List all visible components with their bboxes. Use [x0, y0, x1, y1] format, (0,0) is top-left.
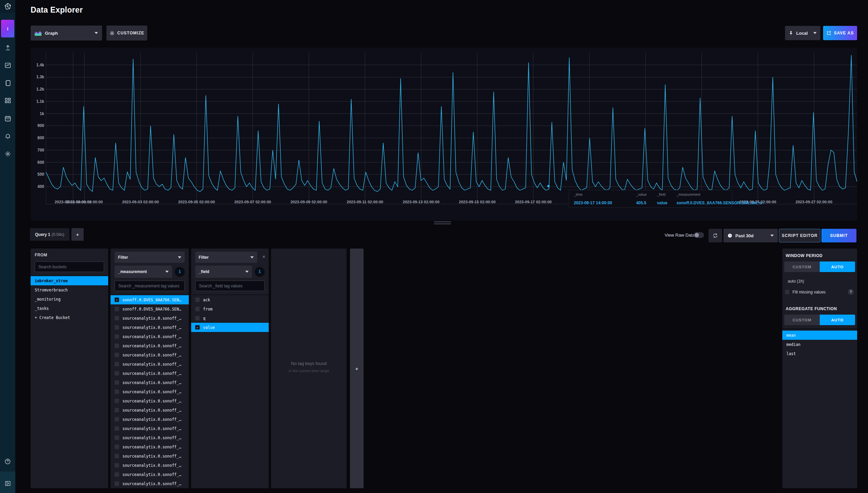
- bucket-item[interactable]: + Create Bucket: [31, 313, 108, 322]
- checkbox[interactable]: [195, 298, 200, 302]
- measurement-item[interactable]: sourceanalytix.0.sonoff_…: [111, 451, 189, 461]
- help-icon[interactable]: [0, 456, 15, 467]
- add-query-button[interactable]: +: [71, 228, 84, 241]
- checkbox[interactable]: [115, 353, 119, 357]
- tasks-calendar-icon[interactable]: [0, 113, 15, 124]
- measurement-item[interactable]: sourceanalytix.0.sonoff_…: [111, 387, 189, 396]
- measurement-item[interactable]: sourceanalytix.0.sonoff_…: [111, 470, 189, 479]
- measurement-item[interactable]: sourceanalytix.0.sonoff_…: [111, 341, 189, 350]
- measurement-item[interactable]: sourceanalytix.0.sonoff_…: [111, 461, 189, 470]
- checkbox[interactable]: [115, 307, 119, 311]
- help-circle-icon[interactable]: ?: [848, 289, 854, 295]
- checkbox[interactable]: [115, 316, 119, 320]
- checkbox[interactable]: [115, 408, 119, 412]
- resize-drag-handle[interactable]: [434, 221, 451, 224]
- measurement-item[interactable]: sourceanalytix.0.sonoff_…: [111, 405, 189, 415]
- expand-panel-icon[interactable]: [0, 478, 15, 489]
- measurement-item[interactable]: sourceanalytix.0.sonoff_…: [111, 396, 189, 405]
- dashboards-icon[interactable]: [0, 95, 15, 107]
- window-custom-button[interactable]: CUSTOM: [784, 261, 820, 272]
- settings-gear-icon[interactable]: [0, 148, 15, 160]
- influxdb-logo-icon[interactable]: [0, 0, 15, 13]
- checkbox[interactable]: [115, 426, 119, 431]
- field-item[interactable]: q: [191, 314, 269, 323]
- function-item[interactable]: last: [782, 349, 857, 358]
- bucket-item[interactable]: Stromverbrauch: [31, 285, 108, 295]
- measurement-item[interactable]: sourceanalytix.0.sonoff_…: [111, 360, 189, 369]
- measurement-item[interactable]: sourceanalytix.0.sonoff_…: [111, 433, 189, 442]
- measurement-item[interactable]: sourceanalytix.0.sonoff_…: [111, 424, 189, 433]
- org-avatar[interactable]: i: [1, 20, 14, 37]
- upload-icon[interactable]: [0, 42, 15, 53]
- search-field-input[interactable]: Search _field tag values: [195, 281, 265, 291]
- measurement-item[interactable]: sourceanalytix.0.sonoff_…: [111, 323, 189, 332]
- checkbox[interactable]: [115, 463, 119, 467]
- submit-button[interactable]: SUBMIT: [821, 229, 856, 242]
- tab-query-1[interactable]: Query 1 (0.04s): [30, 228, 69, 241]
- search-buckets-input[interactable]: Search buckets: [35, 261, 104, 272]
- field-item[interactable]: ✓value: [191, 323, 269, 332]
- checkbox[interactable]: [115, 362, 119, 366]
- checkbox[interactable]: [115, 344, 119, 348]
- time-series-chart[interactable]: 4005006007008009001k1.1k1.2k1.3k1.4k2023…: [31, 48, 857, 221]
- view-raw-data-toggle[interactable]: [694, 232, 704, 238]
- checkbox[interactable]: [115, 454, 119, 458]
- field-item-label: from: [203, 307, 213, 312]
- field-item[interactable]: ack: [191, 295, 269, 304]
- aggregate-auto-button[interactable]: AUTO: [820, 315, 855, 325]
- filter-type-dropdown[interactable]: Filter: [195, 252, 257, 263]
- customize-button[interactable]: CUSTOMIZE: [106, 26, 147, 41]
- checkbox-checked[interactable]: ✓: [195, 325, 200, 330]
- visualization-type-dropdown[interactable]: Graph: [31, 26, 102, 41]
- checkbox[interactable]: [195, 307, 200, 311]
- notebooks-icon[interactable]: [0, 77, 15, 89]
- checkbox[interactable]: [115, 334, 119, 339]
- aggregate-custom-button[interactable]: CUSTOM: [784, 315, 820, 325]
- field-item[interactable]: from: [191, 304, 269, 314]
- refresh-button[interactable]: [708, 229, 722, 242]
- script-editor-button[interactable]: SCRIPT EDITOR: [779, 229, 820, 242]
- checkbox[interactable]: [115, 472, 119, 477]
- measurement-item[interactable]: ✓sonoff.0.DVES_8AA766.SEN…: [111, 295, 189, 304]
- checkbox[interactable]: [115, 399, 119, 403]
- plot-area[interactable]: [46, 53, 857, 204]
- checkbox[interactable]: [115, 389, 119, 394]
- checkbox[interactable]: [195, 316, 200, 320]
- measurement-item[interactable]: sourceanalytix.0.sonoff_…: [111, 332, 189, 341]
- function-item[interactable]: median: [782, 340, 857, 349]
- measurement-key-dropdown[interactable]: _measurement: [115, 266, 172, 278]
- measurement-item[interactable]: sourceanalytix.0.sonoff_…: [111, 442, 189, 451]
- timezone-dropdown[interactable]: Local: [785, 26, 820, 40]
- filter-type-dropdown[interactable]: Filter: [115, 252, 185, 263]
- checkbox[interactable]: [115, 371, 119, 376]
- save-as-button[interactable]: SAVE AS: [823, 26, 857, 40]
- measurement-item[interactable]: sourceanalytix.0.sonoff_…: [111, 378, 189, 387]
- bucket-item[interactable]: _monitoring: [31, 295, 108, 304]
- measurement-item[interactable]: sourceanalytix.0.sonoff_…: [111, 415, 189, 424]
- checkbox[interactable]: [115, 435, 119, 440]
- data-explorer-icon[interactable]: [0, 60, 15, 71]
- measurement-item[interactable]: sourceanalytix.0.sonoff_…: [111, 350, 189, 360]
- function-item[interactable]: mean: [782, 331, 857, 340]
- measurement-item[interactable]: sonoff.0.DVES_8AA766.SEN…: [111, 304, 189, 314]
- bucket-item[interactable]: _tasks: [31, 304, 108, 313]
- field-key-dropdown[interactable]: _field: [195, 266, 252, 278]
- bucket-item[interactable]: iobroker_strom: [31, 276, 108, 285]
- measurement-item[interactable]: sourceanalytix.0.sonoff_…: [111, 479, 189, 488]
- checkbox-checked[interactable]: ✓: [115, 298, 119, 302]
- checkbox[interactable]: [115, 325, 119, 330]
- checkbox[interactable]: [115, 417, 119, 422]
- checkbox[interactable]: [115, 481, 119, 486]
- time-range-dropdown[interactable]: Past 30d: [723, 229, 778, 242]
- search-measurement-input[interactable]: Search _measurement tag values: [115, 281, 185, 291]
- measurement-item[interactable]: sourceanalytix.0.sonoff_…: [111, 369, 189, 378]
- tooltip-column: _time2023-09-17 14:00:00: [574, 192, 636, 205]
- window-auto-button[interactable]: AUTO: [820, 261, 855, 272]
- fill-missing-checkbox[interactable]: [785, 290, 789, 294]
- measurement-item[interactable]: sourceanalytix.0.sonoff_…: [111, 314, 189, 323]
- close-icon[interactable]: ×: [262, 254, 265, 259]
- add-filter-button[interactable]: +: [350, 249, 364, 488]
- alerts-bell-icon[interactable]: [0, 130, 15, 142]
- checkbox[interactable]: [115, 380, 119, 385]
- checkbox[interactable]: [115, 445, 119, 449]
